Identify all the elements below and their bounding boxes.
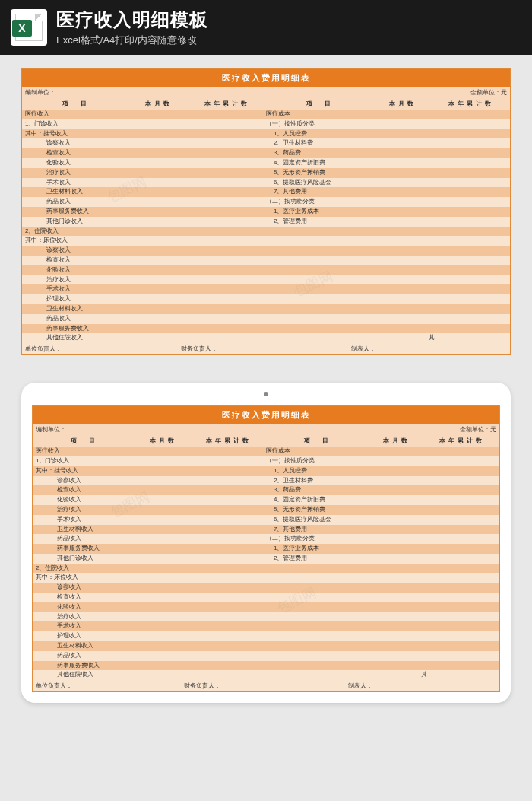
row-right-label	[266, 612, 496, 622]
table-row: 药品收入（二）按功能分类	[22, 197, 510, 207]
row-right-label	[266, 583, 496, 593]
row-right-label	[266, 236, 507, 246]
row-right-label	[266, 564, 496, 574]
row-left-label: 化验收入	[25, 158, 266, 168]
sheet-title: 医疗收入费用明细表	[22, 69, 510, 87]
row-left-label: 其中：挂号收入	[36, 466, 266, 476]
row-right-label: 2、卫生材料费	[266, 476, 496, 486]
row-right-label: 2、管理费用	[266, 217, 507, 227]
table-row: 化验收入	[22, 265, 510, 275]
table-row: 检查收入	[33, 593, 499, 602]
meta-unit: 编制单位：	[25, 88, 55, 97]
table-row: 手术收入6、提取医疗风险基金	[22, 178, 510, 188]
row-left-label: 检查收入	[36, 485, 266, 495]
row-right-label: 3、药品费	[266, 485, 496, 495]
row-left-label: 药事服务费收入	[25, 324, 266, 334]
row-left-label: 治疗收入	[36, 505, 266, 515]
row-right-label	[266, 256, 507, 265]
row-left-label: 治疗收入	[25, 168, 266, 178]
table-row: 卫生材料收入	[33, 641, 499, 651]
row-left-label: 卫生材料收入	[25, 187, 266, 197]
row-right-label: 2、卫生材料费	[266, 138, 507, 148]
row-left-label: 药品收入	[36, 534, 266, 544]
row-left-label: 其中：挂号收入	[25, 129, 266, 139]
row-left-label: 1、门诊收入	[25, 119, 266, 129]
row-left-label: 手术收入	[25, 178, 266, 188]
table-row: 治疗收入5、无形资产摊销费	[33, 505, 499, 515]
table-row: 其他门诊收入2、管理费用	[33, 554, 499, 564]
table-row: 1、门诊收入（一）按性质分类	[33, 456, 499, 466]
sheet-footer: 单位负责人： 财务负责人： 制表人：	[33, 680, 499, 691]
footer-unit-lead: 单位负责人：	[25, 345, 181, 353]
row-left-label: 卫生材料收入	[25, 304, 266, 314]
table-row: 2、住院收入	[33, 564, 499, 574]
row-right-label: 1、医疗业务成本	[266, 207, 507, 217]
row-right-label: （一）按性质分类	[266, 119, 507, 129]
table-row: 手术收入	[22, 284, 510, 294]
table-row: 治疗收入5、无形资产摊销费	[22, 168, 510, 178]
row-left-label: 化验收入	[36, 602, 266, 612]
table-row: 药事服务费收入	[22, 324, 510, 334]
row-right-label	[266, 324, 507, 334]
row-left-label: 卫生材料收入	[36, 525, 266, 535]
table-row: 化验收入	[33, 602, 499, 612]
footer-unit-lead: 单位负责人：	[36, 682, 184, 690]
row-left-label: 医疗收入	[25, 110, 266, 119]
table-row: 其他门诊收入2、管理费用	[22, 217, 510, 227]
preview-top: 医疗收入费用明细表 编制单位： 金额单位：元 项 目 本月数 本年累计数 项 目…	[0, 55, 532, 369]
row-right-label	[266, 661, 496, 671]
table-row: 其他住院收入其	[33, 670, 499, 680]
table-row: 医疗收入医疗成本	[33, 447, 499, 456]
row-right-label: 其	[266, 670, 496, 680]
row-right-label: 其	[266, 333, 507, 343]
row-left-label: 检查收入	[25, 256, 266, 265]
sheet-meta-row: 编制单位： 金额单位：元	[33, 424, 499, 435]
row-right-label: 5、无形资产摊销费	[266, 505, 496, 515]
meta-currency: 金额单位：元	[470, 88, 507, 97]
row-left-label: 1、门诊收入	[36, 456, 266, 466]
row-right-label	[266, 641, 496, 651]
table-row: 诊察收入2、卫生材料费	[33, 476, 499, 486]
row-right-label	[266, 651, 496, 661]
row-left-label: 护理收入	[36, 631, 266, 641]
row-left-label: 治疗收入	[36, 612, 266, 622]
col-year-left: 本年累计数	[188, 98, 266, 110]
col-item-left: 项 目	[33, 435, 135, 447]
table-row: 药品收入	[22, 314, 510, 324]
table-row: 医疗收入医疗成本	[22, 110, 510, 119]
row-right-label	[266, 602, 496, 612]
excel-icon: X	[11, 9, 47, 46]
row-left-label: 卫生材料收入	[36, 641, 266, 651]
row-right-label: 2、管理费用	[266, 554, 496, 564]
row-left-label: 诊察收入	[36, 476, 266, 486]
table-row: 检查收入	[22, 256, 510, 265]
row-right-label: 6、提取医疗风险基金	[266, 515, 496, 525]
row-left-label: 其他住院收入	[36, 670, 266, 680]
row-left-label: 治疗收入	[25, 275, 266, 285]
row-left-label: 药事服务费收入	[36, 544, 266, 554]
row-left-label: 其他门诊收入	[25, 217, 266, 227]
table-row: 化验收入4、固定资产折旧费	[22, 158, 510, 168]
row-left-label: 药品收入	[25, 314, 266, 324]
row-right-label: （二）按功能分类	[266, 197, 507, 207]
app-header: X 医疗收入明细模板 Excel格式/A4打印/内容随意修改	[0, 0, 532, 55]
qi-label: 其	[429, 333, 435, 343]
table-row: 化验收入4、固定资产折旧费	[33, 495, 499, 505]
row-right-label	[266, 294, 507, 304]
row-left-label: 其他门诊收入	[36, 554, 266, 564]
row-right-label	[266, 284, 507, 294]
row-right-label: 1、人员经费	[266, 129, 507, 139]
table-row: 检查收入3、药品费	[22, 148, 510, 158]
table-row: 药品收入	[33, 651, 499, 661]
table-row: 其他住院收入其	[22, 333, 510, 343]
footer-maker: 制表人：	[336, 345, 507, 353]
row-left-label: 其中：床位收入	[36, 573, 266, 583]
row-left-label: 其中：床位收入	[25, 236, 266, 246]
sheet-meta-row: 编制单位： 金额单位：元	[22, 87, 510, 98]
row-left-label: 手术收入	[25, 284, 266, 294]
row-right-label: 6、提取医疗风险基金	[266, 178, 507, 188]
column-headers: 项 目 本月数 本年累计数 项 目 本月数 本年累计数	[33, 435, 499, 447]
row-right-label: 5、无形资产摊销费	[266, 168, 507, 178]
row-right-label	[266, 314, 507, 324]
table-row: 护理收入	[22, 294, 510, 304]
